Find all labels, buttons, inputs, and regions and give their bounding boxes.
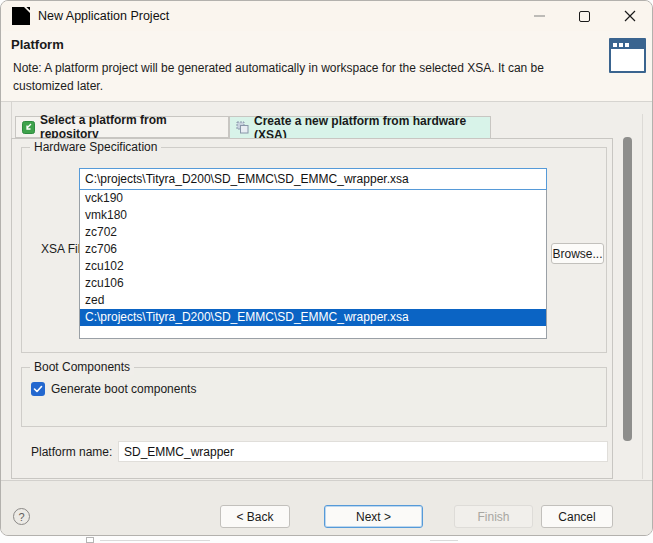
minimize-button[interactable] (517, 1, 562, 31)
xsa-file-combo[interactable] (79, 168, 547, 190)
platform-name-label: Platform name: (31, 445, 112, 459)
group-label: Boot Components (30, 360, 134, 375)
background-fragment (100, 540, 210, 541)
boot-components-group: Boot Components (21, 367, 607, 427)
vertical-scrollbar[interactable] (623, 137, 632, 441)
note-text: Note: A platform project will be generat… (13, 59, 544, 95)
amd-logo-icon (12, 7, 30, 25)
new-application-project-dialog: New Application Project Platform Note: A… (0, 0, 653, 536)
tab-create-platform-from-hardware[interactable]: Create a new platform from hardware (XSA… (229, 116, 491, 138)
cancel-button[interactable]: Cancel (541, 505, 613, 528)
tab-label: Select a platform from repository (40, 113, 220, 141)
check-icon (33, 384, 43, 394)
dot-icon (619, 43, 623, 47)
browse-button[interactable]: Browse... (551, 243, 604, 264)
back-button[interactable]: < Back (220, 505, 290, 528)
list-item[interactable]: C:\projects\Tityra_D200\SD_EMMC\SD_EMMC_… (80, 309, 546, 326)
tab-select-platform-from-repository[interactable]: Select a platform from repository (15, 116, 229, 138)
list-item[interactable]: zed (80, 292, 546, 309)
list-item[interactable]: zcu102 (80, 258, 546, 275)
finish-button: Finish (454, 505, 533, 528)
xsa-dropdown-list[interactable]: vck190vmk180zc702zc706zcu102zcu106zedC:\… (79, 190, 547, 339)
group-label: Hardware Specification (30, 140, 161, 155)
minimize-icon (534, 15, 545, 17)
new-platform-icon (236, 121, 249, 134)
next-button[interactable]: Next > (324, 505, 423, 528)
title-bar: New Application Project (1, 1, 652, 31)
background-fragment (86, 537, 94, 543)
background-fragment (430, 540, 458, 541)
maximize-button[interactable] (562, 1, 607, 31)
dot-icon (625, 43, 629, 47)
dot-icon (613, 43, 617, 47)
list-item[interactable]: vmk180 (80, 207, 546, 224)
list-item[interactable]: vck190 (80, 190, 546, 207)
generate-boot-components-label[interactable]: Generate boot components (51, 382, 196, 396)
list-item[interactable]: zc706 (80, 241, 546, 258)
help-button[interactable]: ? (13, 508, 30, 525)
form-right-border (642, 114, 643, 479)
close-icon (624, 10, 636, 22)
wizard-window-icon (609, 38, 646, 73)
wizard-header: Platform Note: A platform project will b… (1, 31, 652, 102)
list-item[interactable]: zc702 (80, 224, 546, 241)
maximize-icon (579, 11, 590, 22)
window-title: New Application Project (38, 9, 169, 23)
page-title: Platform (11, 37, 64, 52)
platform-repository-icon (22, 121, 35, 134)
button-bar: ? < Back Next > Finish Cancel (1, 480, 652, 536)
close-button[interactable] (607, 1, 652, 31)
generate-boot-components-checkbox[interactable] (31, 382, 45, 396)
background-window-strip (0, 536, 653, 543)
list-item[interactable]: zcu106 (80, 275, 546, 292)
platform-name-input[interactable] (118, 441, 608, 462)
wizard-window-titlebar (611, 40, 644, 49)
